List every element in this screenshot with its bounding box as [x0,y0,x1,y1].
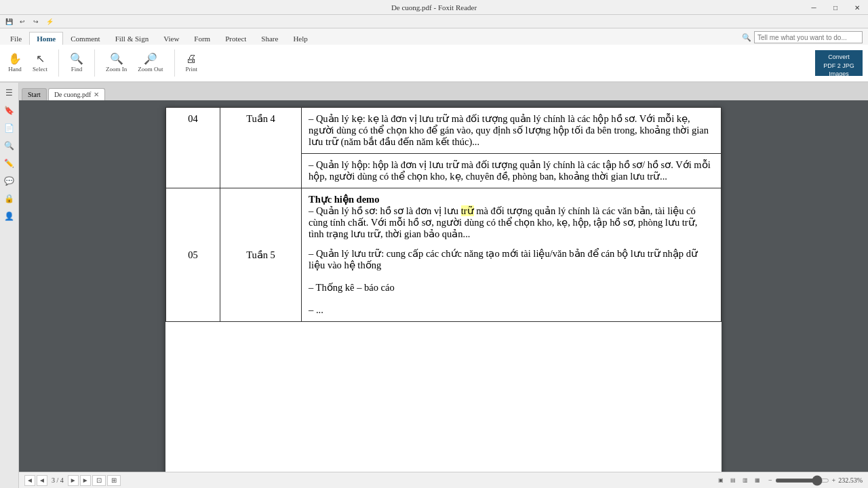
sidebar-pages-icon[interactable]: 📄 [2,121,17,136]
cursor-icon: ↖ [36,54,45,64]
separator2 [94,49,95,77]
sidebar-tools-icon[interactable]: ✏️ [2,156,17,171]
table-row: 04 Tuần 4 – Quản lý kẹ: kẹ là đơn vị lưu… [166,108,722,154]
window-controls: ─ □ ✕ [803,0,868,15]
convert-button[interactable]: ConvertPDF 2 JPG Images [815,50,863,76]
print-btn[interactable]: 🖨 Print [183,52,201,74]
continuous-view-btn[interactable]: ▤ [728,475,738,486]
ribbon-tab-bar: File Home Comment Fill & Sign View Form … [0,28,868,45]
tab-form[interactable]: Form [186,32,218,45]
tab-start[interactable]: Start [22,88,47,100]
sidebar-bookmark-icon[interactable]: 🔖 [2,103,17,118]
undo-quick-btn[interactable]: ↩ [16,16,28,28]
tab-share[interactable]: Share [254,32,285,45]
tab-decuong-label: De cuong.pdf [54,91,91,98]
select-btn[interactable]: ↖ Select [30,52,50,74]
save-quick-btn[interactable]: 💾 [3,16,15,28]
tab-fill-sign[interactable]: Fill & Sign [108,32,157,45]
last-page-btn[interactable]: ► [80,475,91,486]
table-row-05: 05 Tuần 5 Thực hiện demo – Quản lý hồ sơ… [166,188,722,243]
close-window-button[interactable]: ✕ [846,0,868,15]
content-table: 04 Tuần 4 – Quản lý kẹ: kẹ là đơn vị lưu… [165,107,722,322]
pdf-page: 04 Tuần 4 – Quản lý kẹ: kẹ là đơn vị lưu… [165,107,722,472]
row-05-week: Tuần 5 [220,188,302,322]
window-title: De cuong.pdf - Foxit Reader [391,3,477,12]
zoom-out-icon: 🔎 [144,54,157,64]
zoom-in-icon: 🔍 [110,54,123,64]
page-area: 04 Tuần 4 – Quản lý kẹ: kẹ là đơn vị lưu… [19,100,868,472]
page-info: 3 / 4 [49,476,66,484]
two-page-view-btn[interactable]: ▥ [740,475,751,486]
minimize-button[interactable]: ─ [803,0,825,15]
document-area: ☰ 🔖 📄 🔍 ✏️ 💬 🔒 👤 Start De cuong.pdf ✕ [0,83,868,488]
first-page-btn[interactable]: ◄ [24,475,35,486]
ribbon-search-area: 🔍 [736,30,868,45]
title-bar: De cuong.pdf - Foxit Reader ─ □ ✕ [0,0,868,15]
single-page-view-btn[interactable]: ▣ [715,475,726,486]
row-05-header: Thực hiện demo – Quản lý hồ sơ: hồ sơ là… [302,188,722,243]
zoom-in-btn[interactable]: 🔍 Zoom In [103,52,130,74]
maximize-button[interactable]: □ [825,0,846,15]
left-sidebar: ☰ 🔖 📄 🔍 ✏️ 💬 🔒 👤 [0,83,19,488]
content-header: Thực hiện demo [309,194,379,205]
tab-comment[interactable]: Comment [63,32,107,45]
next-page-btn[interactable]: ► [68,475,79,486]
row-04-content-1: – Quản lý kẹ: kẹ là đơn vị lưu trữ mà đố… [302,108,722,154]
ribbon-search-input[interactable] [754,31,863,43]
zoom-out-icon[interactable]: − [768,476,772,484]
customize-quick-btn[interactable]: ⚡ [43,16,56,28]
find-btn[interactable]: 🔍 Find [67,52,86,74]
sidebar-comment-icon[interactable]: 💬 [2,174,17,188]
separator3 [174,49,175,77]
zoom-in-icon[interactable]: + [832,476,836,484]
print-icon: 🖨 [186,54,197,64]
tab-start-label: Start [28,91,41,98]
fit-page-btn[interactable]: ⊡ [92,475,106,486]
split-view-btn[interactable]: ▦ [752,475,763,486]
row-05-content-2: – Quản lý lưu trữ: cung cấp các chức năn… [302,243,722,277]
status-bar: ◄ ◄ 3 / 4 ► ► ⊡ ⊞ ▣ ▤ ▥ ▦ − + 232.53% [19,472,868,488]
tab-close-icon[interactable]: ✕ [94,91,99,98]
row-05-num: 05 [166,188,220,322]
tab-home[interactable]: Home [29,32,63,45]
zoom-out-btn[interactable]: 🔎 Zoom Out [135,52,165,74]
row-04-week: Tuần 4 [220,108,302,188]
row-05-content-3: – Thống kê – báo cáo [302,277,722,299]
find-icon: 🔍 [70,54,83,64]
document-tab-bar: Start De cuong.pdf ✕ [19,83,868,100]
sidebar-nav-icon[interactable]: ☰ [2,85,17,100]
sidebar-lock-icon[interactable]: 🔒 [2,191,17,206]
ribbon-toolbar: ✋ Hand ↖ Select 🔍 Find 🔍 Zoom In 🔎 Zoom … [0,45,868,81]
page-navigation: ◄ ◄ 3 / 4 ► ► ⊡ ⊞ [24,475,121,486]
row-04-content-2: – Quản lý hộp: hộp là đơn vị lưu trữ mà … [302,154,722,188]
sidebar-search-icon[interactable]: 🔍 [2,138,17,153]
row-05-content-4: – ... [302,299,722,322]
tab-view[interactable]: View [156,32,186,45]
main-content: Start De cuong.pdf ✕ 04 Tuần 4 [19,83,868,488]
actual-size-btn[interactable]: ⊞ [107,475,121,486]
zoom-slider[interactable] [775,479,829,483]
zoom-area: − + 232.53% [768,476,863,484]
zoom-level: 232.53% [838,476,863,484]
redo-quick-btn[interactable]: ↪ [30,16,42,28]
tab-decuong[interactable]: De cuong.pdf ✕ [48,88,105,100]
quick-access-toolbar: 💾 ↩ ↪ ⚡ [0,15,868,28]
separator [58,49,59,77]
ribbon: File Home Comment Fill & Sign View Form … [0,28,868,83]
row-04-num: 04 [166,108,220,188]
hand-icon: ✋ [8,54,22,64]
tab-help[interactable]: Help [285,32,315,45]
hand-tool-btn[interactable]: ✋ Hand [5,52,24,74]
view-mode-buttons: ▣ ▤ ▥ ▦ [715,475,763,486]
sidebar-person-icon[interactable]: 👤 [2,209,17,224]
prev-page-btn[interactable]: ◄ [37,475,47,486]
convert-area: ConvertPDF 2 JPG Images [815,50,863,76]
tab-protect[interactable]: Protect [218,32,254,45]
tab-file[interactable]: File [3,32,29,45]
